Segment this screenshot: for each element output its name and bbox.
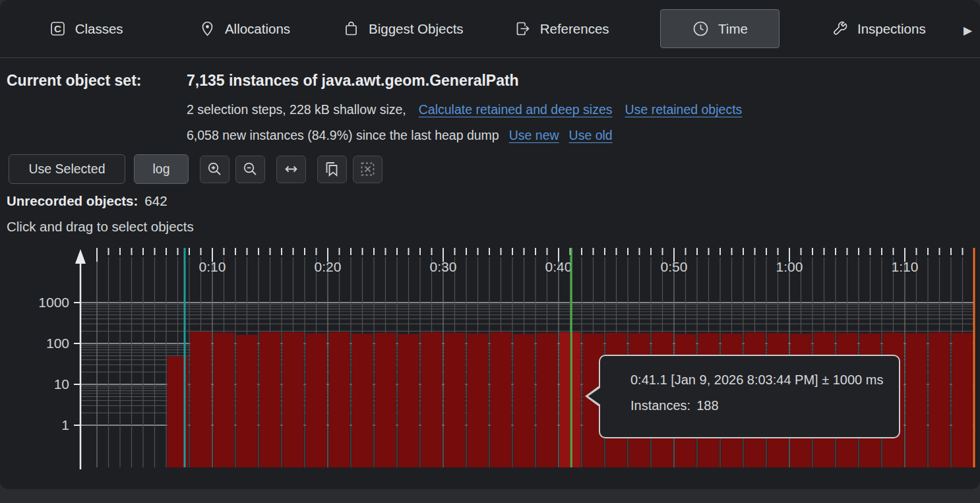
clear-selection-icon <box>359 160 377 178</box>
tab-label: Biggest Objects <box>369 21 464 37</box>
tab-inspections[interactable]: Inspections <box>799 9 958 48</box>
svg-text:0:20: 0:20 <box>315 259 342 274</box>
svg-text:1:00: 1:00 <box>776 259 803 274</box>
tooltip-instances-label: Instances: <box>630 398 690 413</box>
tooltip-instances-value: 188 <box>696 398 718 413</box>
svg-text:0:50: 0:50 <box>661 259 688 274</box>
profiler-window: C Classes Allocations Biggest Objects <box>0 0 980 489</box>
tab-label: Classes <box>75 21 123 37</box>
object-set-title: 7,135 instances of java.awt.geom.General… <box>187 72 519 90</box>
clear-selection-button[interactable] <box>353 156 383 183</box>
zoom-out-button[interactable] <box>235 156 265 183</box>
current-object-set-label: Current object set: <box>7 72 141 90</box>
selection-steps-text: 2 selection steps, 228 kB shallow size, <box>187 102 406 117</box>
tooltip-instances-row: Instances:188 <box>630 398 886 413</box>
time-chart-area: 0:100:200:300:400:501:001:101101001000 0… <box>0 244 980 476</box>
tab-overflow-arrow-icon[interactable]: ▶ <box>964 24 972 38</box>
tab-classes[interactable]: C Classes <box>7 9 165 48</box>
chart-tooltip: 0:41.1 [Jan 9, 2026 8:03:44 PM] ± 1000 m… <box>599 355 900 438</box>
clock-icon <box>692 20 710 38</box>
svg-text:1:10: 1:10 <box>892 259 919 274</box>
svg-text:0:40: 0:40 <box>545 259 572 274</box>
allocations-pin-icon <box>199 20 216 38</box>
classes-icon: C <box>49 20 67 38</box>
tab-label: Allocations <box>225 21 290 37</box>
use-new-link[interactable]: Use new <box>509 128 559 143</box>
use-retained-objects-link[interactable]: Use retained objects <box>625 102 743 117</box>
svg-text:1000: 1000 <box>38 295 69 310</box>
svg-text:0:30: 0:30 <box>430 259 457 274</box>
tab-allocations[interactable]: Allocations <box>165 9 323 48</box>
tooltip-time-text: 0:41.1 [Jan 9, 2026 8:03:44 PM] ± 1000 m… <box>630 372 886 388</box>
svg-text:0:10: 0:10 <box>199 259 226 274</box>
svg-text:100: 100 <box>46 336 69 351</box>
references-icon <box>514 20 532 38</box>
wrench-icon <box>831 20 849 38</box>
tab-biggest-objects[interactable]: Biggest Objects <box>324 9 482 48</box>
tab-references[interactable]: References <box>482 9 640 48</box>
view-tabbar: C Classes Allocations Biggest Objects <box>0 0 980 58</box>
log-scale-toggle[interactable]: log <box>134 154 189 184</box>
unrecorded-objects-label: Unrecorded objects: <box>7 193 138 208</box>
chart-toolbar: Use Selected log <box>9 154 388 184</box>
bag-icon <box>342 20 360 38</box>
tab-label: Time <box>718 21 748 37</box>
unrecorded-objects-value: 642 <box>144 193 167 208</box>
horizontal-fit-icon <box>282 160 300 178</box>
calculate-retained-link[interactable]: Calculate retained and deep sizes <box>419 102 613 117</box>
use-selected-button[interactable]: Use Selected <box>9 154 125 184</box>
tab-label: Inspections <box>857 21 926 37</box>
new-instances-row: 6,058 new instances (84.9%) since the la… <box>187 128 613 143</box>
unrecorded-objects-row: Unrecorded objects:642 <box>7 193 168 209</box>
drag-hint-text: Click and drag to select objects <box>7 219 194 235</box>
svg-text:C: C <box>54 23 61 34</box>
bookmark-button[interactable] <box>317 156 347 183</box>
tab-time[interactable]: Time <box>640 9 799 48</box>
svg-text:10: 10 <box>54 376 69 392</box>
fit-to-width-button[interactable] <box>276 156 306 183</box>
zoom-in-button[interactable] <box>200 156 230 183</box>
use-old-link[interactable]: Use old <box>569 128 613 143</box>
bookmark-icon <box>323 160 341 178</box>
object-set-details: 2 selection steps, 228 kB shallow size, … <box>187 102 742 117</box>
zoom-out-icon <box>241 160 259 178</box>
tab-label: References <box>540 21 609 37</box>
zoom-in-icon <box>206 160 224 178</box>
svg-text:1: 1 <box>61 417 69 432</box>
new-instances-text: 6,058 new instances (84.9%) since the la… <box>187 128 499 143</box>
